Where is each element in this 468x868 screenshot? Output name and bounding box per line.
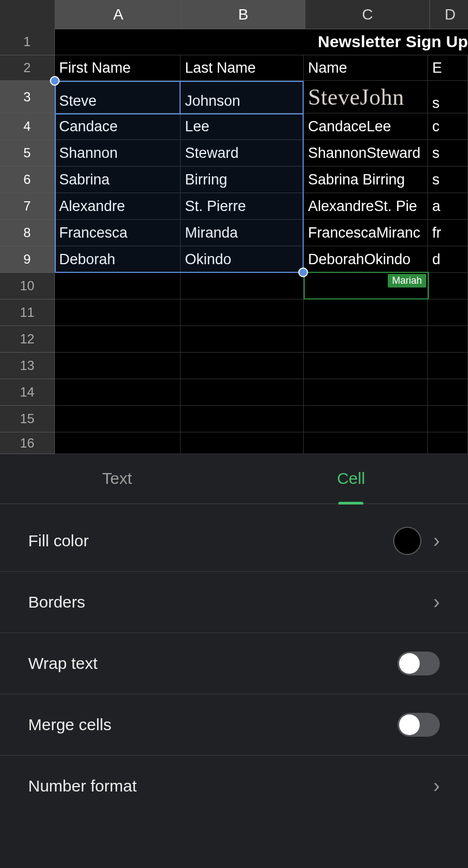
cell-A2[interactable]: First Name [55, 55, 181, 81]
cell-C14[interactable] [304, 379, 428, 406]
cell-A16[interactable] [55, 432, 181, 454]
cell-B2[interactable]: Last Name [181, 55, 304, 81]
cell-title[interactable]: Newsletter Sign Up [55, 29, 468, 55]
row-header-16[interactable]: 16 [0, 432, 55, 454]
cell-A10[interactable] [55, 273, 181, 299]
cell-B3[interactable]: Johnson [181, 81, 304, 113]
row-header-9[interactable]: 9 [0, 246, 55, 273]
row-header-8[interactable]: 8 [0, 220, 55, 246]
column-header-A[interactable]: A [55, 0, 182, 29]
cell-C15[interactable] [304, 406, 428, 432]
row-header-4[interactable]: 4 [0, 113, 55, 140]
toggle-merge-cells[interactable] [398, 713, 440, 737]
cell-A8[interactable]: Francesca [55, 220, 181, 246]
chevron-right-icon: › [433, 592, 440, 612]
column-header-D[interactable]: D [430, 0, 468, 29]
row-header-5[interactable]: 5 [0, 140, 55, 167]
row-header-13[interactable]: 13 [0, 353, 55, 379]
spreadsheet-area[interactable]: A B C D 1 2 3 4 5 6 7 8 9 10 11 12 13 14… [0, 0, 468, 454]
cell-D6[interactable]: s [428, 167, 468, 193]
cell-C11[interactable] [304, 299, 428, 326]
cell-B12[interactable] [181, 326, 304, 353]
cell-D2[interactable]: E [428, 55, 468, 81]
tab-cell[interactable]: Cell [234, 454, 469, 503]
cell-B6[interactable]: Birring [181, 167, 304, 193]
cell-C2[interactable]: Name [304, 55, 428, 81]
cell-B15[interactable] [181, 406, 304, 432]
row-header-1[interactable]: 1 [0, 29, 55, 55]
cell-A7[interactable]: Alexandre [55, 193, 181, 220]
column-header-C[interactable]: C [305, 0, 430, 29]
cell-B16[interactable] [181, 432, 304, 454]
cell-C10[interactable] [304, 273, 428, 299]
cell-A12[interactable] [55, 326, 181, 353]
cell-A15[interactable] [55, 406, 181, 432]
cell-D3[interactable]: s [428, 81, 468, 113]
cell-B7[interactable]: St. Pierre [181, 193, 304, 220]
cell-D13[interactable] [428, 353, 468, 379]
cell-C4[interactable]: CandaceLee [304, 113, 428, 140]
cell-B13[interactable] [181, 353, 304, 379]
cell-A6[interactable]: Sabrina [55, 167, 181, 193]
row-header-10[interactable]: 10 [0, 273, 55, 299]
cell-D4[interactable]: c [428, 113, 468, 140]
row-header-12[interactable]: 12 [0, 326, 55, 353]
cell-C5[interactable]: ShannonSteward [304, 140, 428, 167]
cell-A4[interactable]: Candace [55, 113, 181, 140]
option-borders[interactable]: Borders › [0, 572, 468, 633]
cell-C3[interactable]: SteveJohn [304, 81, 428, 113]
option-wrap-text[interactable]: Wrap text [0, 633, 468, 694]
cell-C9[interactable]: DeborahOkindo [304, 246, 428, 273]
cell-D10[interactable] [428, 273, 468, 299]
format-panel: Text Cell Fill color › Borders › Wrap te… [0, 454, 468, 868]
row-7: Alexandre St. Pierre AlexandreSt. Pie a [55, 193, 468, 220]
row-header-15[interactable]: 15 [0, 406, 55, 432]
cell-grid[interactable]: Newsletter Sign Up First Name Last Name … [55, 29, 468, 454]
cell-D9[interactable]: d [428, 246, 468, 273]
cell-A3[interactable]: Steve [55, 81, 181, 113]
cell-D15[interactable] [428, 406, 468, 432]
row-header-11[interactable]: 11 [0, 299, 55, 326]
row-5: Shannon Steward ShannonSteward s [55, 140, 468, 167]
cell-B11[interactable] [181, 299, 304, 326]
cell-C13[interactable] [304, 353, 428, 379]
row-header-2[interactable]: 2 [0, 55, 55, 81]
cell-D11[interactable] [428, 299, 468, 326]
row-1: Newsletter Sign Up [55, 29, 468, 55]
cell-B5[interactable]: Steward [181, 140, 304, 167]
cell-D14[interactable] [428, 379, 468, 406]
cell-A11[interactable] [55, 299, 181, 326]
cell-A13[interactable] [55, 353, 181, 379]
row-header-14[interactable]: 14 [0, 379, 55, 406]
column-header-B[interactable]: B [182, 0, 305, 29]
cell-D7[interactable]: a [428, 193, 468, 220]
cell-A5[interactable]: Shannon [55, 140, 181, 167]
cell-A14[interactable] [55, 379, 181, 406]
cell-B10[interactable] [181, 273, 304, 299]
cell-C16[interactable] [304, 432, 428, 454]
row-4: Candace Lee CandaceLee c [55, 113, 468, 140]
option-merge-cells[interactable]: Merge cells [0, 694, 468, 756]
cell-B14[interactable] [181, 379, 304, 406]
row-header-3[interactable]: 3 [0, 81, 55, 113]
cell-C7[interactable]: AlexandreSt. Pie [304, 193, 428, 220]
cell-B9[interactable]: Okindo [181, 246, 304, 273]
option-number-format[interactable]: Number format › [0, 756, 468, 816]
tab-text[interactable]: Text [0, 454, 234, 503]
row-3: Steve Johnson SteveJohn s [55, 81, 468, 113]
cell-C12[interactable] [304, 326, 428, 353]
cell-C6[interactable]: Sabrina Birring [304, 167, 428, 193]
cell-D8[interactable]: fr [428, 220, 468, 246]
cell-A9[interactable]: Deborah [55, 246, 181, 273]
row-header-6[interactable]: 6 [0, 167, 55, 193]
row-header-7[interactable]: 7 [0, 193, 55, 220]
cell-D12[interactable] [428, 326, 468, 353]
cell-D5[interactable]: s [428, 140, 468, 167]
cell-B4[interactable]: Lee [181, 113, 304, 140]
cell-B8[interactable]: Miranda [181, 220, 304, 246]
toggle-wrap-text[interactable] [398, 652, 440, 675]
cell-D16[interactable] [428, 432, 468, 454]
option-fill-color[interactable]: Fill color › [0, 510, 468, 572]
cell-C8[interactable]: FrancescaMiranc [304, 220, 428, 246]
select-all-corner[interactable] [0, 0, 55, 29]
